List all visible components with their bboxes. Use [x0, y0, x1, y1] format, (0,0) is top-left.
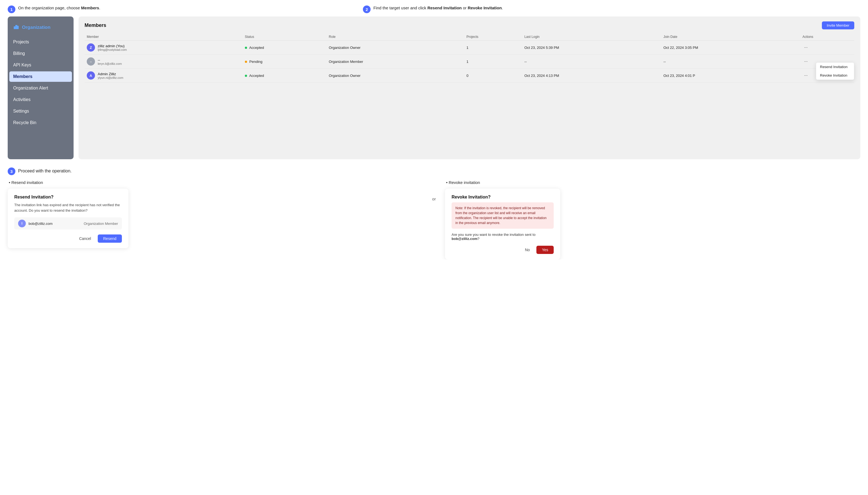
status-dot-green — [245, 75, 247, 77]
sidebar-org-label: Organization — [22, 25, 51, 30]
resend-invitation-item[interactable]: Resend Invitation — [816, 63, 854, 71]
role-cell: Organization Member — [327, 55, 464, 69]
resend-user-email: bob@zilliz.com — [29, 222, 53, 226]
actions-button[interactable]: ··· — [802, 58, 809, 65]
member-cell: A Admin Zilliz yiyun.ni@zilliz.com — [85, 69, 243, 83]
revoke-invitation-item[interactable]: Revoke Invitation — [816, 71, 854, 80]
member-cell: -- -- leryn.li@zilliz.com — [85, 55, 243, 69]
resend-user-info: l bob@zilliz.com — [18, 220, 53, 227]
resend-dialog-actions: Cancel Resend — [14, 235, 122, 243]
member-email: lj4mg@rustyload.com — [98, 48, 127, 51]
svg-rect-2 — [17, 26, 19, 29]
sidebar-item-members[interactable]: Members — [9, 71, 72, 82]
sidebar-item-org-alert[interactable]: Organization Alert — [8, 82, 73, 94]
yes-button[interactable]: Yes — [536, 246, 554, 254]
sidebar: Organization Projects Billing API Keys M… — [8, 16, 73, 159]
actions-cell: ··· — [800, 41, 854, 55]
cancel-button[interactable]: Cancel — [76, 235, 94, 243]
step2-circle: 2 — [363, 5, 370, 13]
step1-bold: Members — [81, 5, 99, 10]
member-name: -- — [98, 58, 122, 62]
revoke-confirm-before: Are you sure you want to revoke the invi… — [452, 233, 536, 237]
status-dot-yellow — [245, 61, 247, 63]
table-row: A Admin Zilliz yiyun.ni@zilliz.com Accep… — [85, 69, 854, 83]
step2-text-middle: or — [462, 5, 468, 10]
actions-button[interactable]: ··· — [802, 72, 809, 79]
svg-rect-1 — [15, 25, 17, 29]
invite-member-button[interactable]: Invite Member — [822, 21, 854, 29]
steps-header: 1 On the organization page, choose Membe… — [0, 0, 868, 16]
step1-circle: 1 — [8, 5, 15, 13]
member-name: Admin Zilliz — [98, 72, 123, 76]
resend-button[interactable]: Resend — [98, 235, 122, 243]
join-date-cell: Oct 23, 2024 4:01 P — [661, 69, 800, 83]
last-login-cell: -- — [522, 55, 661, 69]
projects-cell: 0 — [464, 69, 522, 83]
table-row: Z zilliz admin (You) lj4mg@rustyload.com… — [85, 41, 854, 55]
col-projects: Projects — [464, 33, 522, 41]
resend-user-role: Organization Member — [84, 222, 118, 226]
sidebar-item-billing[interactable]: Billing — [8, 48, 73, 59]
avatar: -- — [87, 57, 95, 66]
sidebar-item-projects[interactable]: Projects — [8, 36, 73, 48]
or-divider: or — [423, 180, 445, 201]
org-icon — [13, 23, 19, 31]
revoke-confirm-text: Are you sure you want to revoke the invi… — [452, 233, 554, 241]
step2-text-after: . — [502, 5, 503, 10]
step2-header: 2 Find the target user and click Resend … — [363, 5, 860, 13]
resend-user-avatar: l — [18, 220, 26, 227]
resend-dialog-desc: The invitation link has expired and the … — [14, 202, 122, 213]
actions-cell: ··· Resend Invitation Revoke Invitation — [800, 55, 854, 69]
col-last-login: Last Login — [522, 33, 661, 41]
members-table: Member Status Role Projects Last Login J… — [85, 33, 854, 83]
step1-text: On the organization page, choose Members… — [18, 5, 100, 11]
sidebar-item-activities[interactable]: Activities — [8, 94, 73, 105]
revoke-bullet: • Revoke invitation — [445, 180, 860, 185]
last-login-cell: Oct 23, 2024 4:13 PM — [522, 69, 661, 83]
step3-columns: • Resend invitation Resend Invitation? T… — [8, 180, 860, 259]
status-cell: Accepted — [243, 69, 327, 83]
actions-dropdown: Resend Invitation Revoke Invitation — [816, 62, 854, 80]
step3-section: 3 Proceed with the operation. • Resend i… — [0, 159, 868, 259]
member-cell: Z zilliz admin (You) lj4mg@rustyload.com — [85, 41, 243, 55]
members-header: Members Invite Member — [85, 21, 854, 29]
revoke-confirm-after: ? — [478, 237, 479, 241]
step2-text-before: Find the target user and click — [373, 5, 428, 10]
member-email: yiyun.ni@zilliz.com — [98, 76, 123, 79]
avatar: Z — [87, 44, 95, 52]
resend-dialog-card: Resend Invitation? The invitation link h… — [8, 189, 128, 248]
step3-col-right: • Revoke invitation Revoke Invitation? N… — [445, 180, 860, 259]
status-text: Accepted — [249, 46, 264, 50]
no-button[interactable]: No — [522, 246, 533, 254]
revoke-dialog-card: Revoke Invitation? Note: If the invitati… — [445, 189, 560, 259]
role-cell: Organization Owner — [327, 69, 464, 83]
members-panel: Members Invite Member Member Status Role… — [79, 16, 860, 159]
step1-header: 1 On the organization page, choose Membe… — [8, 5, 363, 13]
step2-text: Find the target user and click Resend In… — [373, 5, 503, 11]
members-title: Members — [85, 22, 106, 28]
resend-bullet: • Resend invitation — [8, 180, 423, 185]
status-dot-green — [245, 47, 247, 49]
sidebar-item-recycle-bin[interactable]: Recycle Bin — [8, 117, 73, 129]
sidebar-item-api-keys[interactable]: API Keys — [8, 59, 73, 71]
step3-header: 3 Proceed with the operation. — [8, 167, 860, 175]
bullet-dot: • — [9, 180, 11, 185]
member-info: A Admin Zilliz yiyun.ni@zilliz.com — [87, 71, 241, 80]
step1-text-after: . — [99, 5, 100, 10]
revoke-dialog-title: Revoke Invitation? — [452, 195, 554, 200]
resend-dialog-title: Resend Invitation? — [14, 195, 122, 200]
sidebar-item-settings[interactable]: Settings — [8, 105, 73, 117]
revoke-note: Note: If the invitation is revoked, the … — [452, 202, 554, 229]
status-cell: Pending — [243, 55, 327, 69]
bullet-dot-right: • — [446, 180, 449, 185]
join-date-cell: -- — [661, 55, 800, 69]
revoke-confirm-email: bob@zilliz.com — [452, 237, 478, 241]
col-status: Status — [243, 33, 327, 41]
resend-bullet-text: Resend invitation — [11, 180, 43, 185]
step3-text: Proceed with the operation. — [18, 169, 72, 173]
col-role: Role — [327, 33, 464, 41]
step1-text-before: On the organization page, choose — [18, 5, 81, 10]
projects-cell: 1 — [464, 41, 522, 55]
revoke-bullet-text: Revoke invitation — [449, 180, 480, 185]
actions-button[interactable]: ··· — [802, 45, 809, 51]
